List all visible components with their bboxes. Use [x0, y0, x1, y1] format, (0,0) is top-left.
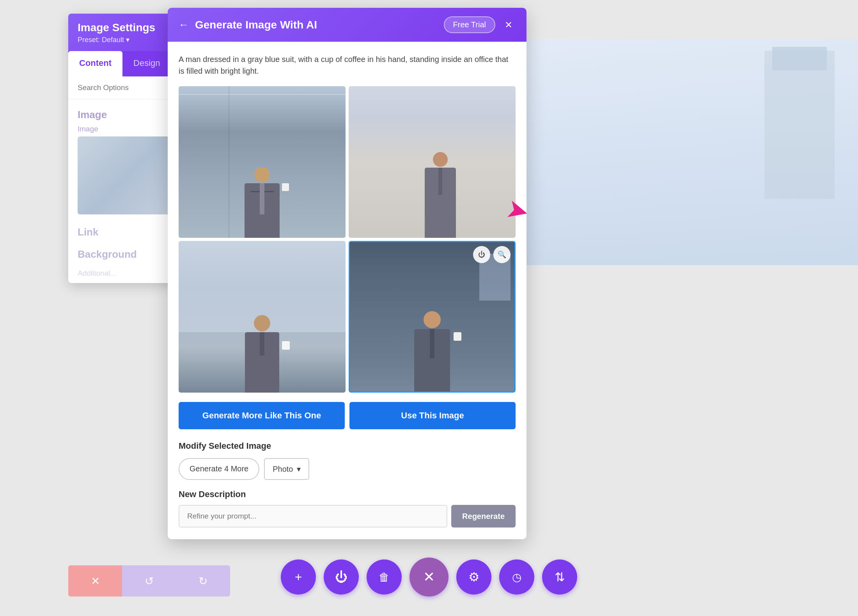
ai-dialog-body: A man dressed in a gray blue suit, with …: [168, 42, 526, 539]
image-overlay-icons: ⏻ 🔍: [473, 246, 511, 263]
clock-float-button[interactable]: ◷: [499, 559, 534, 595]
background-office-image: [523, 39, 858, 265]
back-icon[interactable]: ←: [179, 19, 189, 31]
dropdown-icon: ▾: [297, 464, 301, 474]
free-trial-badge[interactable]: Free Trial: [444, 16, 495, 33]
use-image-button[interactable]: Use This Image: [349, 402, 516, 429]
ai-dialog: ← Generate Image With AI Free Trial ✕ A …: [168, 8, 526, 539]
trash-float-button[interactable]: 🗑: [367, 559, 402, 595]
power-float-button[interactable]: ⏻: [324, 559, 359, 595]
regenerate-button[interactable]: Regenerate: [451, 505, 516, 527]
new-description-input[interactable]: [179, 505, 447, 527]
redo-button[interactable]: ↻: [176, 565, 230, 597]
add-float-button[interactable]: +: [281, 559, 316, 595]
settings-title: Image Settings: [78, 21, 155, 34]
ai-description: A man dressed in a gray blue suit, with …: [179, 53, 516, 77]
ai-header-right: Free Trial ✕: [444, 16, 516, 33]
image-cell-1[interactable]: [179, 86, 346, 238]
modify-section: Modify Selected Image Generate 4 More Ph…: [179, 441, 516, 527]
image-cell-2[interactable]: [349, 86, 516, 238]
zoom-overlay-icon[interactable]: 🔍: [493, 246, 511, 263]
image-cell-4[interactable]: ⏻ 🔍: [349, 241, 516, 393]
close-float-button[interactable]: ✕: [410, 558, 448, 597]
ai-title-group: ← Generate Image With AI: [179, 19, 317, 31]
image-grid: ⏻ 🔍 ➤: [179, 86, 516, 393]
tab-design[interactable]: Design: [122, 51, 171, 76]
modify-controls: Generate 4 More Photo ▾: [179, 458, 516, 480]
floating-toolbar: + ⏻ 🗑 ✕ ⚙ ◷ ⇅: [281, 558, 577, 597]
background-page: Image Settings Preset: Default ▾ ⚙ Conte…: [0, 0, 858, 616]
new-description-title: New Description: [179, 489, 516, 499]
power-overlay-icon[interactable]: ⏻: [473, 246, 490, 263]
generate-4-more-button[interactable]: Generate 4 More: [179, 458, 259, 480]
ai-close-button[interactable]: ✕: [502, 18, 516, 32]
settings-bottom-toolbar: ✕ ↺ ↻: [68, 565, 230, 597]
modify-title: Modify Selected Image: [179, 441, 516, 451]
image-cell-3[interactable]: [179, 241, 346, 393]
style-label: Photo: [273, 465, 293, 474]
style-select[interactable]: Photo ▾: [264, 458, 309, 480]
tab-content[interactable]: Content: [68, 51, 122, 76]
settings-preset[interactable]: Preset: Default ▾: [78, 35, 155, 44]
ai-dialog-header: ← Generate Image With AI Free Trial ✕: [168, 8, 526, 42]
generate-more-button[interactable]: Generate More Like This One: [179, 402, 345, 429]
action-buttons: Generate More Like This One Use This Ima…: [179, 402, 516, 429]
new-description-row: Regenerate: [179, 505, 516, 527]
ai-dialog-title: Generate Image With AI: [195, 19, 317, 31]
gear-float-button[interactable]: ⚙: [456, 559, 491, 595]
cancel-button[interactable]: ✕: [68, 565, 122, 597]
undo-button[interactable]: ↺: [122, 565, 176, 597]
adjust-float-button[interactable]: ⇅: [542, 559, 577, 595]
